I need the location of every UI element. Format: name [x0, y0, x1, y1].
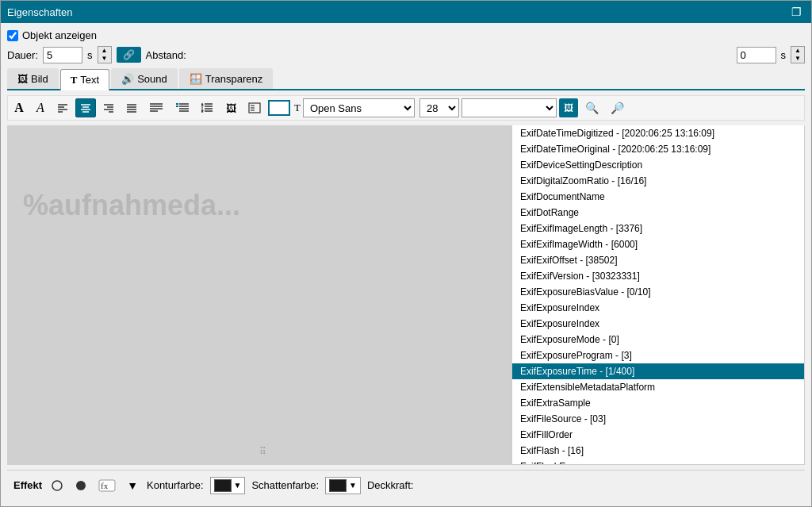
objekt-row: Objekt anzeigen [7, 29, 805, 41]
dauer-row: Dauer: s ▲ ▼ 🔗 Abstand: s ▲ ▼ [7, 46, 805, 63]
link-icon: 🔗 [123, 49, 135, 60]
bold-button[interactable]: A [10, 98, 29, 117]
tab-bild[interactable]: 🖼 Bild [7, 68, 59, 89]
insert-img-icon: 🖼 [564, 102, 573, 113]
dauer-input[interactable] [43, 47, 82, 63]
dauer-up[interactable]: ▲ [98, 47, 111, 55]
bild-icon: 🖼 [17, 73, 28, 85]
dropdown-item[interactable]: ExifDigitalZoomRatio - [16/16] [512, 173, 804, 189]
konturfarbe-button[interactable]: ▼ [210, 477, 246, 494]
title-bar: Eigenschaften ❐ [1, 1, 811, 23]
dropdown-item[interactable]: ExifExposureIndex [512, 316, 804, 332]
properties-panel: Objekt anzeigen Dauer: s ▲ ▼ 🔗 Abstand: … [1, 23, 811, 506]
align-center-button[interactable] [75, 98, 96, 117]
font-select[interactable]: Open Sans Arial Times New Roman [303, 98, 415, 117]
title-bar-controls: ❐ [788, 6, 805, 18]
objekt-label[interactable]: Objekt anzeigen [7, 29, 97, 41]
main-window: Eigenschaften ❐ Objekt anzeigen Dauer: s… [0, 0, 812, 507]
objekt-text: Objekt anzeigen [22, 29, 97, 41]
konturfarbe-swatch [214, 479, 232, 492]
image-insert-button[interactable]: 🖼 [221, 98, 241, 117]
dropdown-item[interactable]: ExifExposureProgram - [3] [512, 348, 804, 363]
zoom-out-button[interactable]: 🔎 [606, 98, 629, 117]
effekt-bar: Effekt fx ▼ Konturfarbe: ▼ Schattenfarbe… [7, 470, 805, 500]
dropdown-item[interactable]: ExifExposureTime - [1/400] [512, 363, 804, 379]
dropdown-item[interactable]: ExifExposureIndex [512, 300, 804, 316]
effekt-section-label: Effekt [13, 479, 42, 491]
dropdown-item[interactable]: ExifExposureMode - [0] [512, 332, 804, 348]
text-icon: T [71, 74, 78, 86]
schattenfarbe-label: Schattenfarbe: [251, 479, 319, 491]
dropdown-item[interactable]: ExifExifOffset - [38502] [512, 252, 804, 268]
abstand-label: Abstand: [146, 49, 186, 61]
tab-transparenz[interactable]: 🪟 Transparenz [179, 68, 274, 89]
dropdown-item[interactable]: ExifDeviceSettingDescription [512, 157, 804, 173]
effekt-dot-button[interactable] [72, 477, 90, 494]
italic-button[interactable]: A [31, 98, 50, 117]
dauer-spinner[interactable]: ▲ ▼ [98, 46, 112, 63]
svg-point-39 [76, 481, 86, 490]
dropdown-item[interactable]: ExifExtraSample [512, 395, 804, 411]
schattenfarbe-button[interactable]: ▼ [325, 477, 361, 494]
tab-transparenz-label: Transparenz [205, 73, 263, 85]
effekt-fx-button[interactable]: fx [96, 477, 118, 494]
text-style-1-button[interactable] [144, 98, 168, 117]
abstand-down[interactable]: ▼ [791, 55, 804, 63]
align-right-button[interactable] [98, 98, 119, 117]
dropdown-item[interactable]: ExifDotRange [512, 205, 804, 221]
text-wrap-button[interactable] [243, 98, 266, 117]
dropdown-panel: ExifDateTimeDigitized - [2020:06:25 13:1… [511, 125, 805, 465]
align-justify-button[interactable] [121, 98, 142, 117]
schattenfarbe-swatch [329, 479, 347, 492]
sound-icon: 🔊 [121, 73, 134, 85]
svg-point-38 [52, 481, 62, 490]
text-color-swatch[interactable] [268, 100, 290, 116]
tab-text[interactable]: T Text [60, 69, 110, 90]
dropdown-item[interactable]: ExifExtensibleMetadataPlatform [512, 379, 804, 395]
dropdown-item[interactable]: ExifDocumentName [512, 189, 804, 205]
dropdown-item[interactable]: ExifFillOrder [512, 427, 804, 443]
objekt-checkbox[interactable] [7, 30, 18, 41]
style-select[interactable] [462, 98, 557, 117]
text-style-2-button[interactable] [170, 98, 194, 117]
text-toolbar: A A 🖼 [7, 95, 805, 121]
insert-image-toolbar-button[interactable]: 🖼 [559, 98, 578, 117]
dropdown-item[interactable]: ExifExifVersion - [30323331] [512, 268, 804, 284]
dropdown-item[interactable]: ExifExposureBiasValue - [0/10] [512, 284, 804, 300]
zoom-in-button[interactable]: 🔍 [580, 98, 603, 117]
dropdown-item[interactable]: ExifFlash - [16] [512, 443, 804, 459]
abstand-spinner[interactable]: ▲ ▼ [791, 46, 805, 63]
tab-sound[interactable]: 🔊 Sound [111, 68, 178, 89]
effekt-dropdown-arrow[interactable]: ▼ [124, 477, 140, 494]
dauer-down[interactable]: ▼ [98, 55, 111, 63]
abstand-input[interactable] [737, 47, 776, 63]
canvas-area[interactable]: %aufnahmeda... ⠿ [7, 125, 511, 465]
abstand-unit: s [781, 49, 787, 61]
resize-dots: ⠿ [259, 446, 268, 457]
font-t-icon: T [294, 102, 301, 114]
schattenfarbe-arrow: ▼ [349, 481, 357, 490]
main-area: %aufnahmeda... ⠿ ExifDateTimeDigitized -… [7, 125, 805, 465]
link-button[interactable]: 🔗 [117, 47, 141, 63]
font-size-select[interactable]: 28 12 14 16 18 24 36 48 [419, 98, 459, 117]
tabs-bar: 🖼 Bild T Text 🔊 Sound 🪟 Transparenz [7, 68, 805, 90]
align-left-button[interactable] [52, 98, 73, 117]
dropdown-item[interactable]: ExifExifImageWidth - [6000] [512, 236, 804, 252]
tab-bild-label: Bild [31, 73, 48, 85]
konturfarbe-arrow: ▼ [234, 481, 242, 490]
line-spacing-button[interactable] [197, 98, 219, 117]
dropdown-item[interactable]: ExifExifImageLength - [3376] [512, 221, 804, 236]
effekt-circle-button[interactable] [48, 477, 66, 494]
dropdown-item[interactable]: ExifDateTimeOriginal - [2020:06:25 13:16… [512, 141, 804, 157]
transparenz-icon: 🪟 [190, 73, 202, 85]
dropdown-item[interactable]: ExifFlashEnergy [512, 459, 804, 465]
dropdown-item[interactable]: ExifFileSource - [03] [512, 411, 804, 427]
restore-button[interactable]: ❐ [788, 6, 805, 18]
dropdown-item[interactable]: ExifDateTimeDigitized - [2020:06:25 13:1… [512, 125, 804, 141]
abstand-up[interactable]: ▲ [791, 47, 804, 55]
tab-text-label: Text [80, 74, 99, 86]
dauer-unit: s [87, 49, 93, 61]
tab-sound-label: Sound [137, 73, 167, 85]
svg-text:fx: fx [101, 481, 109, 490]
canvas-text: %aufnahmeda... [7, 125, 256, 286]
